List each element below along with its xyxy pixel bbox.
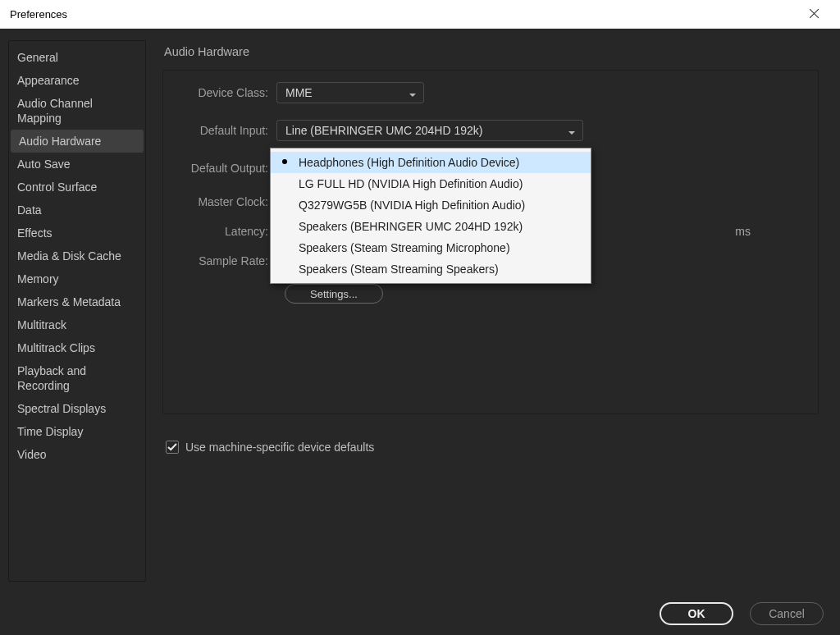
sidebar-item-playback-and-recording[interactable]: Playback and Recording	[9, 359, 145, 397]
sidebar: GeneralAppearanceAudio Channel MappingAu…	[8, 40, 146, 582]
select-default-input-value: Line (BEHRINGER UMC 204HD 192k)	[285, 124, 482, 137]
select-default-input[interactable]: Line (BEHRINGER UMC 204HD 192k)	[276, 120, 583, 141]
main-panel: Audio Hardware Device Class: MME Default…	[146, 40, 832, 627]
checkbox-machine-defaults[interactable]	[166, 441, 179, 454]
check-icon	[167, 442, 177, 452]
sidebar-item-multitrack-clips[interactable]: Multitrack Clips	[9, 336, 145, 359]
close-button[interactable]	[797, 0, 830, 29]
preferences-window: Preferences GeneralAppearanceAudio Chann…	[0, 0, 840, 635]
sidebar-item-general[interactable]: General	[9, 46, 145, 69]
section-title: Audio Hardware	[164, 45, 827, 58]
sidebar-item-multitrack[interactable]: Multitrack	[9, 313, 145, 336]
cancel-button[interactable]: Cancel	[750, 602, 824, 625]
sidebar-item-media-disk-cache[interactable]: Media & Disk Cache	[9, 244, 145, 267]
chevron-down-icon	[409, 89, 417, 97]
sidebar-item-data[interactable]: Data	[9, 199, 145, 222]
titlebar: Preferences	[0, 0, 840, 29]
body: GeneralAppearanceAudio Channel MappingAu…	[0, 29, 840, 635]
dropdown-option[interactable]: Speakers (Steam Streaming Speakers)	[271, 258, 591, 280]
label-default-output: Default Output:	[178, 162, 276, 175]
label-latency: Latency:	[178, 225, 276, 238]
label-default-input: Default Input:	[178, 124, 276, 137]
row-default-input: Default Input: Line (BEHRINGER UMC 204HD…	[178, 120, 803, 141]
sidebar-item-auto-save[interactable]: Auto Save	[9, 153, 145, 176]
label-device-class: Device Class:	[178, 86, 276, 99]
dropdown-option[interactable]: LG FULL HD (NVIDIA High Definition Audio…	[271, 173, 591, 194]
row-device-class: Device Class: MME	[178, 82, 803, 103]
sidebar-item-appearance[interactable]: Appearance	[9, 69, 145, 92]
select-device-class-value: MME	[285, 86, 313, 99]
dropdown-option[interactable]: Speakers (Steam Streaming Microphone)	[271, 237, 591, 258]
label-sample-rate: Sample Rate:	[178, 254, 276, 267]
sidebar-item-audio-hardware[interactable]: Audio Hardware	[11, 130, 144, 153]
chevron-down-icon	[568, 126, 576, 135]
settings-panel: Device Class: MME Default Input: Line (B…	[162, 70, 819, 414]
window-title: Preferences	[10, 8, 67, 21]
sidebar-item-time-display[interactable]: Time Display	[9, 420, 145, 443]
sidebar-item-video[interactable]: Video	[9, 443, 145, 466]
sidebar-item-control-surface[interactable]: Control Surface	[9, 176, 145, 199]
dropdown-option[interactable]: Speakers (BEHRINGER UMC 204HD 192k)	[271, 216, 591, 237]
settings-button[interactable]: Settings...	[285, 284, 383, 304]
sidebar-item-spectral-displays[interactable]: Spectral Displays	[9, 397, 145, 420]
footer: OK Cancel	[660, 602, 824, 625]
latency-units: ms	[735, 225, 751, 238]
select-device-class[interactable]: MME	[276, 82, 424, 103]
sidebar-item-memory[interactable]: Memory	[9, 267, 145, 290]
dropdown-option[interactable]: Q3279WG5B (NVIDIA High Definition Audio)	[271, 194, 591, 216]
row-machine-defaults: Use machine-specific device defaults	[166, 441, 827, 454]
close-icon	[810, 7, 819, 21]
sidebar-item-markers-metadata[interactable]: Markers & Metadata	[9, 290, 145, 313]
label-master-clock: Master Clock:	[178, 195, 276, 208]
default-output-dropdown[interactable]: Headphones (High Definition Audio Device…	[270, 148, 591, 284]
sidebar-item-audio-channel-mapping[interactable]: Audio Channel Mapping	[9, 92, 145, 130]
label-machine-defaults: Use machine-specific device defaults	[185, 441, 374, 454]
ok-button[interactable]: OK	[660, 602, 733, 625]
dropdown-option[interactable]: Headphones (High Definition Audio Device…	[271, 152, 591, 173]
sidebar-item-effects[interactable]: Effects	[9, 222, 145, 244]
